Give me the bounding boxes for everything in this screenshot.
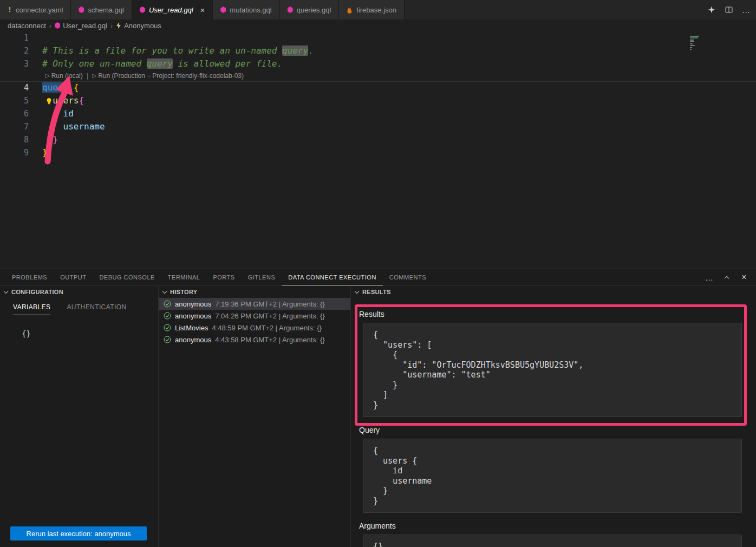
editor-actions: … — [707, 0, 751, 19]
graphql-icon — [55, 22, 60, 29]
breadcrumb-label: dataconnect — [8, 22, 46, 30]
breadcrumb-label: User_read.gql — [63, 22, 107, 30]
history-list: anonymous7:19:36 PM GMT+2 | Arguments: {… — [159, 298, 350, 346]
code-line-4[interactable]: 4query { — [0, 81, 756, 94]
history-item-meta: 4:48:59 PM GMT+2 | Arguments: {} — [212, 324, 321, 332]
configuration-section: CONFIGURATION VARIABLES AUTHENTICATION {… — [0, 286, 159, 547]
lightbulb-icon[interactable] — [45, 97, 53, 105]
panel-tab-comments[interactable]: COMMENTS — [383, 269, 433, 285]
line-number: 7 — [0, 120, 42, 133]
code-editor[interactable]: 12# This is a file for you to write an u… — [0, 31, 756, 269]
code-line-7[interactable]: 7 username — [0, 120, 756, 133]
tab-label: queries.gql — [297, 6, 331, 14]
configuration-header[interactable]: CONFIGURATION — [0, 286, 158, 298]
split-editor-icon[interactable] — [725, 5, 733, 14]
code-token — [42, 134, 53, 145]
history-item[interactable]: ListMovies4:48:59 PM GMT+2 | Arguments: … — [159, 322, 350, 334]
code-token: is allowed per file. — [173, 58, 282, 69]
editor-tab-User_read.gql[interactable]: User_read.gql× — [132, 0, 213, 19]
history-item-name: anonymous — [175, 300, 211, 308]
chevron-down-icon — [355, 289, 359, 294]
more-actions-icon[interactable]: … — [705, 273, 714, 282]
history-title: HISTORY — [170, 289, 197, 295]
code-text: # This is a file for you to write an un-… — [42, 44, 314, 57]
history-item-meta: 4:43:58 PM GMT+2 | Arguments: {} — [215, 336, 324, 344]
yaml-file-icon: ! — [8, 6, 12, 14]
bottom-panel: PROBLEMSOUTPUTDEBUG CONSOLETERMINALPORTS… — [0, 269, 756, 547]
history-item-name: anonymous — [175, 312, 211, 320]
line-number: 6 — [0, 107, 42, 120]
copilot-sparkle-icon[interactable] — [707, 5, 716, 14]
code-token: # This is a file for you to write an un-… — [42, 45, 282, 56]
history-header[interactable]: HISTORY — [159, 286, 350, 298]
panel-tab-terminal[interactable]: TERMINAL — [161, 269, 207, 285]
result-code-block-arguments: {} — [363, 535, 742, 547]
editor-tab-queries.gql[interactable]: queries.gql — [280, 0, 340, 19]
code-token: } — [42, 147, 48, 158]
code-line-3[interactable]: 3# Only one un-named query is allowed pe… — [0, 57, 756, 70]
panel-tab-ports[interactable]: PORTS — [206, 269, 241, 285]
line-number: 2 — [0, 44, 42, 57]
results-header[interactable]: RESULTS — [351, 286, 756, 298]
code-line-9[interactable]: 9} — [0, 146, 756, 159]
result-code-block-results: { "users": [ { "id": "OrTucFODZHTksvBSBU… — [363, 323, 742, 417]
panel-actions: … × — [705, 269, 748, 285]
code-text: query { — [42, 81, 79, 94]
panel-tab-data-connect-execution[interactable]: DATA CONNECT EXECUTION — [282, 269, 383, 285]
panel-tab-output[interactable]: OUTPUT — [54, 269, 93, 285]
code-text: # Only one un-named query is allowed per… — [42, 57, 282, 70]
code-line-1[interactable]: 1 — [0, 31, 756, 44]
check-circle-icon — [164, 336, 171, 343]
minimap-line — [690, 49, 692, 50]
result-section-label-arguments: Arguments — [359, 522, 756, 530]
panel-tab-debug-console[interactable]: DEBUG CONSOLE — [93, 269, 161, 285]
close-tab-icon[interactable]: × — [200, 6, 205, 14]
editor-tab-mutations.gql[interactable]: mutations.gql — [213, 0, 279, 19]
code-line-5[interactable]: 5 users{ — [0, 94, 756, 107]
editor-tab-schema.gql[interactable]: schema.gql — [71, 0, 132, 19]
code-token: # Only one un-named — [42, 58, 147, 69]
chevron-down-icon — [162, 289, 167, 294]
minimap[interactable] — [690, 34, 704, 51]
breadcrumb-item[interactable]: Anonymous — [116, 22, 161, 30]
code-token: . — [308, 45, 314, 56]
history-section: HISTORY anonymous7:19:36 PM GMT+2 | Argu… — [159, 286, 351, 547]
minimap-line — [690, 47, 692, 48]
history-item[interactable]: anonymous7:19:36 PM GMT+2 | Arguments: {… — [159, 298, 350, 310]
chevron-up-icon[interactable] — [722, 273, 731, 282]
code-token — [42, 121, 63, 132]
line-number: 9 — [0, 146, 42, 159]
tab-variables[interactable]: VARIABLES — [13, 303, 50, 315]
breadcrumb-label: Anonymous — [124, 22, 161, 30]
result-section-label-query: Query — [359, 426, 756, 434]
minimap-line — [690, 37, 698, 38]
codelens-run-local-play-icon: ▷ — [45, 70, 50, 81]
close-icon[interactable]: × — [740, 273, 748, 282]
code-text: } — [42, 133, 58, 146]
breadcrumb-separator-icon: › — [49, 22, 51, 30]
code-line-2[interactable]: 2# This is a file for you to write an un… — [0, 44, 756, 57]
tab-authentication[interactable]: AUTHENTICATION — [67, 303, 126, 315]
tab-label: connector.yaml — [16, 6, 63, 14]
code-text: id — [42, 107, 74, 120]
variables-value[interactable]: {} — [22, 329, 158, 338]
code-line-8[interactable]: 8 } — [0, 133, 756, 146]
history-item[interactable]: anonymous4:43:58 PM GMT+2 | Arguments: {… — [159, 334, 350, 346]
panel-tab-gitlens[interactable]: GITLENS — [242, 269, 282, 285]
history-item[interactable]: anonymous7:04:26 PM GMT+2 | Arguments: {… — [159, 310, 350, 322]
breadcrumb-separator-icon: › — [110, 22, 113, 30]
breadcrumb-item[interactable]: dataconnect — [8, 22, 46, 30]
more-actions-icon[interactable]: … — [742, 5, 751, 14]
editor-tab-connector.yaml[interactable]: !connector.yaml — [0, 0, 71, 19]
editor-tab-firebase.json[interactable]: firebase.json — [339, 0, 405, 19]
code-token: query — [282, 45, 308, 56]
check-circle-icon — [164, 324, 171, 331]
codelens-run-local[interactable]: ▷Run (local) — [45, 70, 83, 81]
codelens-run-production[interactable]: ▷Run (Production – Project: friendly-fli… — [93, 70, 244, 81]
history-item-meta: 7:19:36 PM GMT+2 | Arguments: {} — [215, 300, 324, 308]
rerun-button[interactable]: Rerun last execution: anonymous — [10, 526, 147, 541]
panel-tab-problems[interactable]: PROBLEMS — [5, 269, 54, 285]
panel-tab-bar: PROBLEMSOUTPUTDEBUG CONSOLETERMINALPORTS… — [0, 269, 756, 286]
breadcrumb-item[interactable]: User_read.gql — [55, 22, 107, 30]
code-line-6[interactable]: 6 id — [0, 107, 756, 120]
